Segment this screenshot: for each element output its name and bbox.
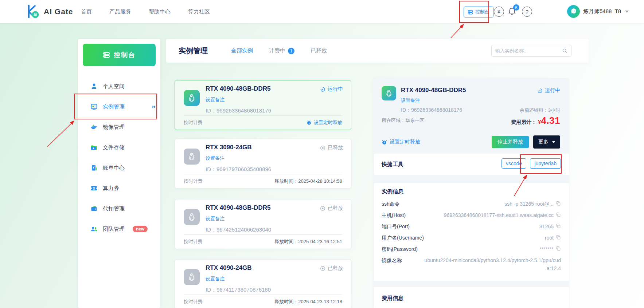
instance-name: RTX 4090-24GB [206, 264, 252, 272]
sidebar-item-instance-management[interactable]: 实例管理 [78, 96, 160, 117]
timed-release-link[interactable]: 设置定时释放 [307, 119, 342, 126]
id-value: 969263364868018176 [411, 107, 462, 113]
copy-icon[interactable] [556, 224, 561, 229]
id-value: 967411738070876160 [216, 287, 271, 293]
set-note-link[interactable]: 设置备注 [206, 96, 225, 103]
sidebar-item-label: 账单中心 [103, 165, 125, 171]
nav-link-products[interactable]: 产品服务 [109, 8, 131, 15]
card-footer: 按时计费 释放时间：2025-04-28 10:14:58 [184, 174, 342, 188]
console-button-top-label: 控制台 [475, 9, 489, 15]
id-value: 967425124066263040 [216, 226, 271, 233]
docker-whale-icon [90, 123, 98, 131]
nav-link-help-center[interactable]: 帮助中心 [149, 8, 171, 15]
new-badge: new [133, 226, 148, 232]
console-button-top[interactable]: 控制台 [464, 7, 493, 17]
console-button-sidebar-label: 控制台 [114, 51, 136, 59]
quick-tools-title: 快捷工具 [382, 161, 403, 168]
tab-label: 全部实例 [231, 47, 253, 54]
jupyterlab-button[interactable]: jupyterlab [530, 158, 561, 169]
status-label: 已释放 [328, 265, 343, 272]
console-button-sidebar[interactable]: 控制台 [83, 44, 156, 66]
detail-instance-name: RTX 4090-48GB-DDR5 [401, 87, 466, 94]
cost-info-title: 费用信息 [382, 295, 403, 302]
region-info: 所在区域：华东一区 [382, 117, 424, 124]
copy-icon[interactable] [556, 235, 561, 240]
nav-links: 首页 产品服务 帮助中心 算力社区 [81, 0, 210, 23]
instance-card[interactable]: RTX 4090-24GB 设置备注 ID：967411738070876160… [175, 259, 351, 308]
info-value: root [545, 234, 554, 242]
sidebar-item-file-storage[interactable]: 文件存储 [78, 137, 160, 158]
copy-icon[interactable] [556, 201, 561, 206]
instance-card[interactable]: RTX 3090-24GB 设置备注 ID：969179706035408896… [175, 139, 351, 189]
id-prefix: ID： [206, 226, 216, 233]
running-status-icon [320, 87, 325, 92]
instance-card[interactable]: RTX 4090-48GB-DDR5 设置备注 ID：9692633648680… [175, 80, 351, 130]
released-time: 释放时间：2025-04-23 16:12:51 [274, 238, 342, 245]
sidebar-item-personal-space[interactable]: 个人空间 [78, 76, 160, 96]
more-button[interactable]: 更多 [533, 135, 560, 149]
tab-released[interactable]: 已释放 [311, 47, 327, 54]
sidebar-item-label: 团队管理 [103, 226, 125, 233]
set-note-link[interactable]: 设置备注 [206, 276, 225, 282]
balance-hint: 余额还够租：3小时 [520, 107, 560, 114]
billing-mode: 按时计费 [184, 238, 203, 245]
id-prefix: ID： [206, 287, 216, 293]
instance-card[interactable]: RTX 4090-48GB-DDR5 设置备注 ID：9674251240662… [175, 199, 351, 249]
sidebar-item-withholding-management[interactable]: 代扣管理 [78, 198, 160, 219]
instance-search [491, 45, 571, 57]
vscode-button[interactable]: vscode [501, 158, 526, 169]
cost-value: 4.31 [541, 115, 560, 126]
search-input[interactable] [495, 48, 562, 54]
billing-mode: 按时计费 [184, 119, 203, 126]
avatar [567, 5, 580, 18]
sidebar-item-team-management[interactable]: 团队管理 new [78, 219, 160, 239]
released-value: 2025-04-28 10:14:58 [298, 178, 342, 184]
copy-icon[interactable] [556, 212, 561, 217]
stop-release-button[interactable]: 停止并释放 [492, 136, 529, 148]
timed-release-label: 设置定时释放 [314, 119, 342, 126]
currency-refresh-icon[interactable]: ¥ [494, 7, 504, 17]
linux-penguin-icon [184, 269, 200, 285]
instance-name: RTX 4090-48GB-DDR5 [206, 85, 271, 92]
info-label: 用户名(Username) [382, 234, 424, 242]
linux-penguin-icon [184, 90, 200, 106]
sidebar-item-label: 实例管理 [103, 103, 125, 110]
info-label: 端口号(Port) [382, 222, 410, 230]
set-note-link[interactable]: 设置备注 [401, 97, 420, 104]
notifications-bell[interactable]: 5 [507, 7, 518, 17]
status-label: 运行中 [545, 87, 560, 94]
sidebar-item-billing-center[interactable]: 账单中心 [78, 158, 160, 178]
tab-all-instances[interactable]: 全部实例 [231, 47, 253, 54]
timed-release-link[interactable]: 设置定时释放 [382, 139, 420, 145]
instance-id: ID：967411738070876160 [206, 287, 271, 293]
sidebar-item-compute-voucher[interactable]: 算力券 [78, 178, 160, 198]
info-label: 密码(Password) [382, 245, 418, 253]
info-value: ******* [540, 245, 554, 253]
billing-count-badge: 1 [288, 48, 294, 54]
user-menu[interactable]: 炼丹师5488_T8 [567, 5, 629, 18]
released-prefix: 释放时间： [274, 299, 298, 304]
search-icon[interactable] [562, 48, 567, 54]
sidebar-item-image-management[interactable]: 镜像管理 [78, 117, 160, 137]
copy-icon[interactable] [556, 246, 561, 251]
sidebar-item-label: 算力券 [103, 185, 119, 192]
bill-icon [90, 164, 98, 171]
help-icon[interactable]: ? [522, 7, 532, 17]
released-prefix: 释放时间： [274, 239, 298, 244]
instance-id: ID：969179706035408896 [206, 166, 271, 173]
set-note-link[interactable]: 设置备注 [206, 216, 225, 222]
quick-tools: vscode jupyterlab [501, 158, 561, 169]
sidebar-item-label: 个人空间 [103, 83, 125, 90]
nav-link-community[interactable]: 算力社区 [188, 8, 210, 15]
nav-link-home[interactable]: 首页 [81, 8, 92, 15]
brand-logo: Ai AI Gate [24, 4, 73, 20]
detail-instance-id: ID：969263364868018176 [401, 107, 462, 114]
status-running: 运行中 [320, 86, 343, 92]
currency-symbol: ¥ [538, 119, 541, 125]
set-note-link[interactable]: 设置备注 [206, 155, 225, 162]
sidebar: 控制台 个人空间 实例管理 [78, 39, 160, 308]
linux-penguin-icon [382, 86, 396, 100]
tab-billing[interactable]: 计费中 1 [269, 47, 294, 54]
brand-name: AI Gate [44, 7, 73, 16]
instance-id: ID：967425124066263040 [206, 226, 271, 233]
